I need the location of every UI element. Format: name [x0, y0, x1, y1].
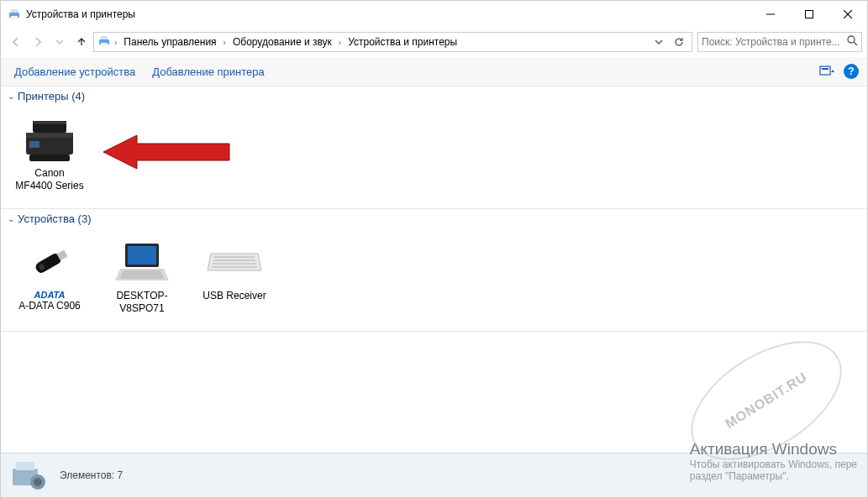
maximize-button[interactable]	[790, 1, 829, 27]
svg-rect-31	[212, 266, 257, 268]
svg-rect-15	[26, 133, 73, 138]
svg-rect-30	[213, 263, 256, 265]
svg-rect-19	[29, 155, 70, 161]
chevron-down-icon: ⌄	[8, 214, 14, 223]
help-button[interactable]: ?	[840, 60, 862, 82]
devices-printers-icon	[8, 8, 21, 21]
breadcrumb-segment[interactable]: Устройства и принтеры	[345, 36, 460, 48]
device-item-printer[interactable]: Canon MF4400 Series	[11, 111, 88, 197]
close-button[interactable]	[829, 1, 867, 27]
nav-row: › Панель управления › Оборудование и зву…	[1, 27, 867, 57]
address-icon	[97, 34, 111, 50]
svg-rect-2	[11, 16, 18, 19]
window-controls	[751, 1, 867, 27]
printer-icon	[19, 115, 80, 164]
minimize-button[interactable]	[751, 1, 790, 27]
breadcrumb-segment[interactable]: Оборудование и звук	[229, 36, 335, 48]
svg-rect-4	[806, 10, 813, 18]
svg-point-36	[34, 478, 42, 486]
chevron-right-icon[interactable]: ›	[222, 38, 228, 47]
search-icon[interactable]	[847, 34, 858, 50]
search-box[interactable]	[697, 32, 862, 52]
group-header-devices[interactable]: ⌄ Устройства (3)	[1, 209, 867, 228]
group-title: Принтеры (4)	[18, 90, 85, 102]
device-label: DESKTOP-V8SPO71	[108, 290, 176, 315]
device-label: USB Receiver	[200, 290, 269, 302]
add-printer-button[interactable]: Добавление принтера	[144, 60, 272, 83]
details-pane: Элементов: 7	[1, 453, 867, 497]
view-options-button[interactable]	[817, 60, 839, 82]
command-bar: Добавление устройства Добавление принтер…	[1, 57, 867, 86]
titlebar: Устройства и принтеры	[1, 1, 867, 27]
group-title: Устройства (3)	[18, 212, 92, 225]
svg-rect-29	[213, 259, 255, 261]
svg-rect-17	[33, 121, 66, 124]
svg-rect-28	[214, 256, 255, 258]
search-input[interactable]	[702, 36, 844, 48]
chevron-down-icon: ⌄	[8, 92, 14, 101]
svg-rect-8	[101, 36, 108, 39]
chevron-right-icon[interactable]: ›	[113, 38, 118, 47]
devices-printers-large-icon	[9, 459, 50, 492]
window-title: Устройства и принтеры	[26, 8, 751, 20]
refresh-button[interactable]	[670, 33, 688, 51]
group-items: Canon MF4400 Series	[1, 106, 867, 202]
svg-line-11	[854, 42, 857, 45]
device-item-laptop[interactable]: DESKTOP-V8SPO71	[103, 233, 181, 319]
group-printers: ⌄ Принтеры (4) Canon MF4400 Series	[1, 86, 867, 209]
device-label: A-DATA C906	[15, 300, 84, 312]
forward-button[interactable]	[28, 32, 48, 52]
help-icon: ?	[844, 64, 859, 79]
svg-marker-26	[120, 270, 164, 279]
laptop-icon	[112, 238, 172, 286]
content-area: ⌄ Принтеры (4) Canon MF4400 Series	[1, 86, 867, 453]
device-label: Canon MF4400 Series	[15, 167, 84, 192]
svg-rect-24	[128, 246, 156, 265]
group-items: ADATA A-DATA C906 DESKTOP-V8SPO71	[1, 228, 867, 324]
device-item-usb-drive[interactable]: ADATA A-DATA C906	[11, 233, 88, 319]
svg-rect-13	[822, 68, 829, 70]
address-dropdown-button[interactable]	[650, 33, 668, 51]
chevron-right-icon[interactable]: ›	[337, 38, 343, 47]
up-button[interactable]	[71, 32, 92, 52]
svg-rect-1	[11, 9, 18, 13]
back-button[interactable]	[6, 32, 26, 52]
svg-rect-34	[16, 462, 34, 470]
svg-rect-12	[820, 66, 830, 75]
breadcrumb-segment[interactable]: Панель управления	[120, 36, 219, 48]
svg-point-10	[848, 36, 855, 43]
svg-rect-9	[101, 43, 108, 46]
device-item-keyboard[interactable]: USB Receiver	[196, 233, 273, 319]
usb-drive-icon	[19, 238, 80, 286]
group-devices: ⌄ Устройства (3) ADATA A-DATA C906	[1, 209, 867, 332]
add-device-button[interactable]: Добавление устройства	[6, 60, 144, 83]
status-text: Элементов: 7	[60, 469, 123, 481]
brand-label: ADATA	[34, 290, 66, 300]
recent-locations-button[interactable]	[50, 32, 70, 52]
keyboard-icon	[204, 238, 265, 286]
address-bar[interactable]: › Панель управления › Оборудование и зву…	[93, 32, 692, 52]
group-header-printers[interactable]: ⌄ Принтеры (4)	[1, 86, 867, 106]
svg-rect-18	[29, 141, 39, 148]
